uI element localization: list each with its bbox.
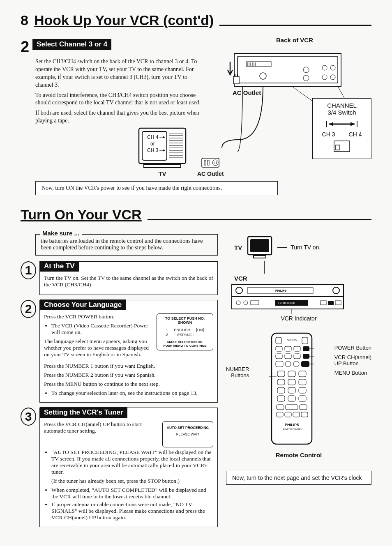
number-buttons-label: NUMBER Buttons <box>226 366 249 378</box>
step-number-2: 2 <box>21 39 29 55</box>
power-on-callout: Now, turn ON the VCR's power to see if y… <box>35 181 278 195</box>
step3-p1: Press the VCR CH(annel) UP button to sta… <box>44 421 159 434</box>
title-rule <box>219 25 371 26</box>
channel-switch-label: CHANNEL 3/4 Switch <box>315 102 369 116</box>
svg-rect-16 <box>233 76 239 84</box>
tv-ch3-text: CH 3 <box>147 147 159 153</box>
vcr-front-icon: PHILIPS 12:18.88.88 <box>230 282 345 315</box>
ch4-label: CH 4 <box>349 131 362 138</box>
title-rule-2 <box>148 219 371 220</box>
step-3-label: Setting the VCR's Tuner <box>40 407 127 418</box>
svg-marker-25 <box>350 122 355 126</box>
circled-step-2: 2 <box>21 300 36 318</box>
svg-rect-53 <box>250 239 269 252</box>
tv-ch4-text: CH 4 <box>147 134 159 140</box>
page-number: 8 <box>21 12 28 28</box>
svg-rect-0 <box>234 53 341 86</box>
power-button-label: POWER Button <box>334 345 371 351</box>
step2-p2: The language select menu appears, asking… <box>44 338 153 358</box>
step2-paragraph-3: If both are used, select the channel tha… <box>35 109 204 125</box>
svg-rect-27 <box>336 145 340 150</box>
step1-text: Turn the TV on. Set the TV to the same c… <box>44 275 213 288</box>
step-label-select-channel: Select Channel 3 or 4 <box>32 39 111 50</box>
make-sure-box: Make sure ... the batteries are loaded i… <box>35 234 218 256</box>
step3-b1: "AUTO SET PROCEEDING, PLEASE WAIT" will … <box>51 449 213 475</box>
connector-line-1 <box>261 261 268 274</box>
ac-outlet-label-2: AC Outlet <box>197 170 224 177</box>
turn-on-title-text: Turn On Your VCR <box>21 207 142 223</box>
svg-rect-54 <box>254 256 266 258</box>
step2-p3: Press the NUMBER 1 button if you want En… <box>44 363 213 369</box>
svg-rect-78 <box>303 346 309 351</box>
step-2-body: Set the CH3/CH4 switch on the back of th… <box>35 58 204 125</box>
switch-arrow-icon <box>323 118 360 129</box>
svg-rect-86 <box>301 361 309 367</box>
remote-control-icon: CH/TIME <box>269 332 314 447</box>
menu-button-label: MENU Button <box>334 370 371 376</box>
svg-rect-56 <box>232 284 344 297</box>
ch3-label: CH 3 <box>322 131 335 138</box>
svg-rect-82 <box>303 354 309 359</box>
osd-row1-state: [ON] <box>196 328 204 332</box>
autoset-line1: AUTO SET PROCEEDING <box>165 426 210 430</box>
tv-label-2: TV <box>234 244 242 251</box>
step-2-body: Choose Your Language Press the VCR POWER… <box>39 300 218 403</box>
svg-text:PHILIPS: PHILIPS <box>275 289 287 292</box>
osd-row2-lang: ESPAÑOL <box>178 333 195 337</box>
step2-p1: Press the VCR POWER button. <box>44 313 153 320</box>
step-2-label: Choose Your Language <box>40 299 126 310</box>
language-osd: TO SELECT PUSH NO. SHOWN 1 ENGLISH [ON] … <box>157 313 213 350</box>
ch-up-button-label: VCR CH(annel) UP Button <box>334 354 371 366</box>
tv-diagram: CH 4 or CH 3 <box>136 125 189 170</box>
circled-step-1: 1 <box>21 261 36 279</box>
make-sure-text: the batteries are loaded in the remote c… <box>41 238 203 251</box>
svg-text:12:18.88.88: 12:18.88.88 <box>278 301 295 305</box>
osd-row1-num: 1 <box>166 328 168 332</box>
circled-step-3: 3 <box>21 408 36 426</box>
osd-footer: MAKE SELECTION OR PUSH MENU TO CONTINUE <box>160 340 210 348</box>
step2-p4: Press the NUMBER 2 button if you want Sp… <box>44 372 213 378</box>
svg-marker-24 <box>329 122 333 126</box>
step3-paren: (If the tuner has already been set, pres… <box>51 478 213 484</box>
step2-b1: The VCR (Video Cassette Recorder) Power … <box>51 323 153 336</box>
svg-text:CH/TIME: CH/TIME <box>287 339 297 341</box>
ac-outlet-label-1: AC Outlet <box>233 89 261 96</box>
step2-paragraph-2: To avoid local interference, the CH3/CH4… <box>35 92 204 107</box>
step2-b2: To change your selection later on, see t… <box>51 390 213 396</box>
turn-tv-on-label: Turn TV on. <box>291 244 321 251</box>
page-title-text: Hook Up Your VCR (cont'd) <box>34 12 214 28</box>
small-tv-icon <box>245 235 274 260</box>
vcr-indicator-label: VCR Indicator <box>226 315 371 322</box>
remote-control-title: Remote Control <box>226 452 371 458</box>
section-title-turn-on: Turn On Your VCR <box>21 207 371 223</box>
osd-title: TO SELECT PUSH NO. SHOWN <box>160 316 210 325</box>
step-1-label: At the TV <box>40 261 79 272</box>
step2-p5: Press the MENU button to continue to the… <box>44 381 213 387</box>
switch-slider-icon <box>332 139 352 153</box>
vcr-label: VCR <box>234 275 371 282</box>
step3-b2: When completed, "AUTO SET COMPLETED" wil… <box>51 487 213 500</box>
osd-row1-lang: ENGLISH <box>174 328 190 332</box>
step-1-body: At the TV Turn the TV on. Set the TV to … <box>39 261 218 295</box>
svg-text:PHILIPS: PHILIPS <box>285 423 299 427</box>
step2-paragraph-1: Set the CH3/CH4 switch on the back of th… <box>35 58 204 89</box>
autoset-line2: PLEASE WAIT <box>165 432 210 436</box>
tv-label: TV <box>136 170 189 177</box>
step3-b3: If proper antenna or cable connections w… <box>51 501 213 521</box>
step-3-body: Setting the VCR's Tuner Press the VCR CH… <box>39 408 218 527</box>
next-page-note: Now, turn to the next page and set the V… <box>226 471 371 485</box>
autoset-osd: AUTO SET PROCEEDING PLEASE WAIT <box>162 421 213 447</box>
make-sure-legend: Make sure ... <box>40 230 82 237</box>
tv-or-text: or <box>150 141 155 147</box>
svg-rect-68 <box>328 301 334 305</box>
svg-rect-41 <box>144 164 181 168</box>
back-of-vcr-label: Back of VCR <box>218 37 371 44</box>
page-title: 8 Hook Up Your VCR (cont'd) <box>21 12 371 28</box>
svg-text:REMOTE CONTROL: REMOTE CONTROL <box>283 428 302 431</box>
osd-row2-num: 2 <box>166 333 168 337</box>
